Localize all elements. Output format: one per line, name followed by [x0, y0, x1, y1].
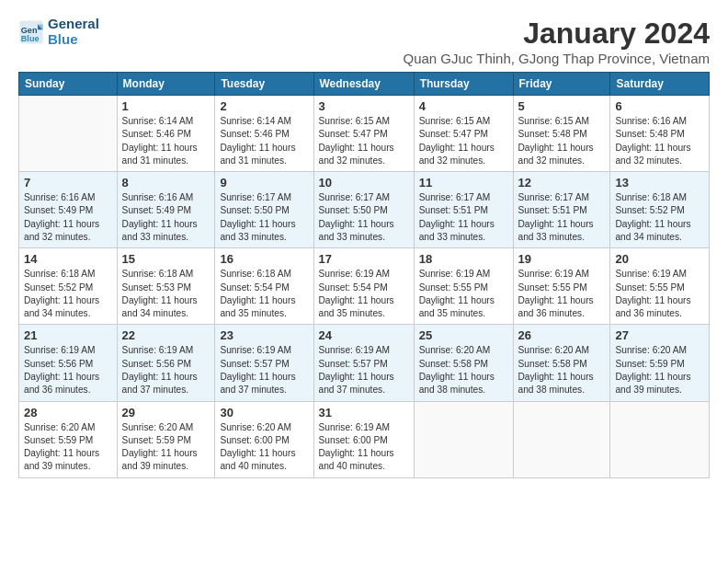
week-row-3: 14Sunrise: 6:18 AMSunset: 5:52 PMDayligh… [19, 248, 710, 325]
day-number: 7 [24, 176, 112, 190]
day-info: Sunrise: 6:18 AMSunset: 5:54 PMDaylight:… [220, 268, 308, 320]
day-info: Sunrise: 6:20 AMSunset: 6:00 PMDaylight:… [220, 421, 308, 474]
day-info: Sunrise: 6:19 AMSunset: 5:56 PMDaylight:… [24, 344, 112, 396]
day-info: Sunrise: 6:15 AMSunset: 5:47 PMDaylight:… [319, 115, 409, 167]
day-cell [19, 96, 118, 172]
day-info: Sunrise: 6:16 AMSunset: 5:49 PMDaylight:… [122, 191, 210, 244]
day-cell: 5Sunrise: 6:15 AMSunset: 5:48 PMDaylight… [513, 96, 610, 172]
day-cell: 11Sunrise: 6:17 AMSunset: 5:51 PMDayligh… [414, 172, 513, 248]
day-number: 6 [615, 99, 704, 113]
day-info: Sunrise: 6:19 AMSunset: 5:55 PMDaylight:… [518, 268, 606, 320]
col-header-monday: Monday [117, 73, 215, 96]
day-number: 16 [220, 252, 308, 266]
day-cell: 24Sunrise: 6:19 AMSunset: 5:57 PMDayligh… [313, 325, 414, 401]
day-info: Sunrise: 6:17 AMSunset: 5:51 PMDaylight:… [518, 191, 606, 244]
day-info: Sunrise: 6:19 AMSunset: 5:57 PMDaylight:… [319, 344, 409, 396]
week-row-5: 28Sunrise: 6:20 AMSunset: 5:59 PMDayligh… [19, 401, 710, 477]
day-cell: 14Sunrise: 6:18 AMSunset: 5:52 PMDayligh… [19, 248, 118, 325]
day-number: 30 [220, 406, 308, 419]
col-header-wednesday: Wednesday [313, 73, 414, 96]
col-header-saturday: Saturday [610, 73, 710, 96]
day-cell: 13Sunrise: 6:18 AMSunset: 5:52 PMDayligh… [610, 172, 710, 248]
day-info: Sunrise: 6:19 AMSunset: 5:57 PMDaylight:… [220, 344, 308, 396]
day-info: Sunrise: 6:20 AMSunset: 5:59 PMDaylight:… [615, 344, 704, 396]
logo-text: General Blue [48, 17, 99, 47]
day-cell [610, 401, 710, 477]
day-number: 24 [319, 328, 409, 342]
col-header-sunday: Sunday [19, 73, 118, 96]
title-block: January 2024 Quan GJuc Thinh, GJong Thap… [403, 17, 710, 66]
day-cell: 23Sunrise: 6:19 AMSunset: 5:57 PMDayligh… [215, 325, 313, 401]
day-info: Sunrise: 6:18 AMSunset: 5:52 PMDaylight:… [615, 191, 704, 244]
col-header-thursday: Thursday [414, 73, 513, 96]
day-cell: 16Sunrise: 6:18 AMSunset: 5:54 PMDayligh… [215, 248, 313, 325]
day-info: Sunrise: 6:17 AMSunset: 5:50 PMDaylight:… [220, 191, 308, 244]
col-header-tuesday: Tuesday [215, 73, 313, 96]
day-info: Sunrise: 6:19 AMSunset: 6:00 PMDaylight:… [319, 421, 409, 474]
day-number: 13 [615, 176, 704, 190]
day-number: 2 [220, 99, 308, 113]
svg-text:Blue: Blue [21, 33, 40, 42]
main-title: January 2024 [403, 17, 710, 51]
day-number: 28 [24, 406, 112, 419]
day-cell: 19Sunrise: 6:19 AMSunset: 5:55 PMDayligh… [513, 248, 610, 325]
day-info: Sunrise: 6:14 AMSunset: 5:46 PMDaylight:… [220, 115, 308, 167]
day-info: Sunrise: 6:15 AMSunset: 5:47 PMDaylight:… [419, 115, 508, 167]
day-info: Sunrise: 6:17 AMSunset: 5:50 PMDaylight:… [319, 191, 409, 244]
week-row-1: 1Sunrise: 6:14 AMSunset: 5:46 PMDaylight… [19, 96, 710, 172]
day-number: 1 [122, 99, 210, 113]
day-cell: 18Sunrise: 6:19 AMSunset: 5:55 PMDayligh… [414, 248, 513, 325]
day-cell: 28Sunrise: 6:20 AMSunset: 5:59 PMDayligh… [19, 401, 118, 477]
day-info: Sunrise: 6:16 AMSunset: 5:48 PMDaylight:… [615, 115, 704, 167]
day-cell: 25Sunrise: 6:20 AMSunset: 5:58 PMDayligh… [414, 325, 513, 401]
logo-icon: Gen Blue [18, 19, 44, 45]
day-info: Sunrise: 6:20 AMSunset: 5:58 PMDaylight:… [419, 344, 508, 396]
day-cell: 29Sunrise: 6:20 AMSunset: 5:59 PMDayligh… [117, 401, 215, 477]
day-cell: 7Sunrise: 6:16 AMSunset: 5:49 PMDaylight… [19, 172, 118, 248]
day-number: 8 [122, 176, 210, 190]
day-number: 5 [518, 99, 606, 113]
day-info: Sunrise: 6:18 AMSunset: 5:53 PMDaylight:… [122, 268, 210, 320]
day-number: 17 [319, 252, 409, 266]
day-info: Sunrise: 6:19 AMSunset: 5:55 PMDaylight:… [615, 268, 704, 320]
day-info: Sunrise: 6:19 AMSunset: 5:54 PMDaylight:… [319, 268, 409, 320]
day-cell: 12Sunrise: 6:17 AMSunset: 5:51 PMDayligh… [513, 172, 610, 248]
logo: Gen Blue General Blue [18, 17, 99, 47]
header: Gen Blue General Blue January 2024 Quan … [18, 17, 710, 66]
day-info: Sunrise: 6:20 AMSunset: 5:59 PMDaylight:… [24, 421, 112, 474]
day-cell: 21Sunrise: 6:19 AMSunset: 5:56 PMDayligh… [19, 325, 118, 401]
day-cell: 10Sunrise: 6:17 AMSunset: 5:50 PMDayligh… [313, 172, 414, 248]
day-cell: 6Sunrise: 6:16 AMSunset: 5:48 PMDaylight… [610, 96, 710, 172]
day-info: Sunrise: 6:14 AMSunset: 5:46 PMDaylight:… [122, 115, 210, 167]
day-cell [513, 401, 610, 477]
day-number: 27 [615, 328, 704, 342]
day-number: 19 [518, 252, 606, 266]
day-cell: 3Sunrise: 6:15 AMSunset: 5:47 PMDaylight… [313, 96, 414, 172]
day-cell: 15Sunrise: 6:18 AMSunset: 5:53 PMDayligh… [117, 248, 215, 325]
week-row-2: 7Sunrise: 6:16 AMSunset: 5:49 PMDaylight… [19, 172, 710, 248]
day-cell: 4Sunrise: 6:15 AMSunset: 5:47 PMDaylight… [414, 96, 513, 172]
day-number: 29 [122, 406, 210, 419]
day-number: 12 [518, 176, 606, 190]
page: Gen Blue General Blue January 2024 Quan … [0, 0, 728, 563]
calendar-header-row: SundayMondayTuesdayWednesdayThursdayFrid… [19, 73, 710, 96]
calendar: SundayMondayTuesdayWednesdayThursdayFrid… [18, 72, 710, 478]
day-cell: 26Sunrise: 6:20 AMSunset: 5:58 PMDayligh… [513, 325, 610, 401]
day-cell: 8Sunrise: 6:16 AMSunset: 5:49 PMDaylight… [117, 172, 215, 248]
day-cell: 20Sunrise: 6:19 AMSunset: 5:55 PMDayligh… [610, 248, 710, 325]
day-info: Sunrise: 6:18 AMSunset: 5:52 PMDaylight:… [24, 268, 112, 320]
day-number: 22 [122, 328, 210, 342]
day-info: Sunrise: 6:15 AMSunset: 5:48 PMDaylight:… [518, 115, 606, 167]
subtitle: Quan GJuc Thinh, GJong Thap Province, Vi… [403, 51, 710, 66]
day-info: Sunrise: 6:16 AMSunset: 5:49 PMDaylight:… [24, 191, 112, 244]
day-number: 15 [122, 252, 210, 266]
day-number: 3 [319, 99, 409, 113]
day-info: Sunrise: 6:17 AMSunset: 5:51 PMDaylight:… [419, 191, 508, 244]
week-row-4: 21Sunrise: 6:19 AMSunset: 5:56 PMDayligh… [19, 325, 710, 401]
day-cell: 31Sunrise: 6:19 AMSunset: 6:00 PMDayligh… [313, 401, 414, 477]
day-number: 18 [419, 252, 508, 266]
day-cell: 2Sunrise: 6:14 AMSunset: 5:46 PMDaylight… [215, 96, 313, 172]
day-info: Sunrise: 6:19 AMSunset: 5:56 PMDaylight:… [122, 344, 210, 396]
day-number: 9 [220, 176, 308, 190]
day-number: 23 [220, 328, 308, 342]
